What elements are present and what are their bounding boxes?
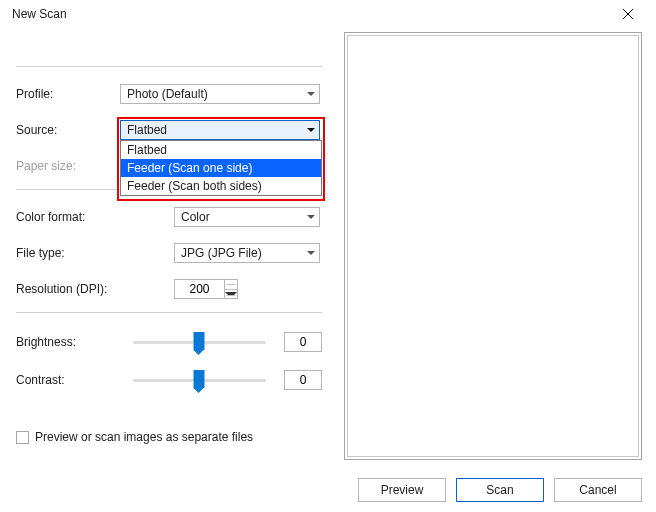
- resolution-row: Resolution (DPI):: [16, 276, 322, 302]
- resolution-spinner[interactable]: [174, 279, 238, 299]
- titlebar: New Scan: [0, 0, 656, 28]
- separate-files-row: Preview or scan images as separate files: [16, 430, 253, 444]
- chevron-down-icon: [307, 128, 315, 132]
- color-format-row: Color format: Color: [16, 204, 322, 230]
- spinner-down-button[interactable]: [225, 290, 237, 299]
- slider-thumb[interactable]: [194, 332, 205, 350]
- dialog-buttons: Preview Scan Cancel: [358, 478, 642, 502]
- paper-size-label: Paper size:: [16, 159, 120, 173]
- spinner-up-button[interactable]: [225, 280, 237, 290]
- contrast-label: Contrast:: [16, 373, 109, 387]
- profile-combo[interactable]: Photo (Default): [120, 84, 320, 104]
- source-value: Flatbed: [127, 123, 167, 137]
- profile-label: Profile:: [16, 87, 120, 101]
- source-option[interactable]: Feeder (Scan both sides): [121, 177, 321, 195]
- content-area: Profile: Photo (Default) Source: Flatbed…: [0, 28, 656, 512]
- settings-pane: Profile: Photo (Default) Source: Flatbed…: [0, 28, 330, 512]
- new-scan-dialog: New Scan Profile: Photo (Default) Source…: [0, 0, 656, 512]
- window-title: New Scan: [12, 7, 67, 21]
- close-button[interactable]: [608, 0, 648, 28]
- cancel-button[interactable]: Cancel: [554, 478, 642, 502]
- source-dropdown-list[interactable]: FlatbedFeeder (Scan one side)Feeder (Sca…: [120, 140, 322, 196]
- chevron-up-icon: [225, 284, 237, 285]
- file-type-label: File type:: [16, 246, 120, 260]
- source-option[interactable]: Flatbed: [121, 141, 321, 159]
- resolution-input[interactable]: [174, 279, 224, 299]
- preview-button[interactable]: Preview: [358, 478, 446, 502]
- contrast-row: Contrast:: [16, 365, 322, 395]
- chevron-down-icon: [307, 92, 315, 96]
- brightness-row: Brightness:: [16, 327, 322, 357]
- chevron-down-icon: [307, 251, 315, 255]
- file-type-combo[interactable]: JPG (JPG File): [174, 243, 320, 263]
- resolution-label: Resolution (DPI):: [16, 282, 120, 296]
- slider-thumb[interactable]: [194, 370, 205, 388]
- preview-box: [344, 32, 642, 460]
- brightness-value-input[interactable]: [284, 332, 322, 352]
- color-format-combo[interactable]: Color: [174, 207, 320, 227]
- contrast-slider[interactable]: [133, 370, 266, 390]
- divider: [16, 312, 322, 313]
- chevron-down-icon: [307, 215, 315, 219]
- source-label: Source:: [16, 123, 120, 137]
- source-combo[interactable]: Flatbed: [120, 120, 320, 140]
- profile-value: Photo (Default): [127, 87, 208, 101]
- file-type-value: JPG (JPG File): [181, 246, 262, 260]
- spinner-buttons: [224, 279, 238, 299]
- preview-area[interactable]: [347, 35, 639, 457]
- color-format-value: Color: [181, 210, 210, 224]
- contrast-value-input[interactable]: [284, 370, 322, 390]
- separate-files-label: Preview or scan images as separate files: [35, 430, 253, 444]
- profile-row: Profile: Photo (Default): [16, 81, 322, 107]
- brightness-label: Brightness:: [16, 335, 109, 349]
- brightness-slider[interactable]: [133, 332, 266, 352]
- separate-files-checkbox[interactable]: [16, 431, 29, 444]
- file-type-row: File type: JPG (JPG File): [16, 240, 322, 266]
- close-icon: [622, 8, 634, 20]
- source-option[interactable]: Feeder (Scan one side): [121, 159, 321, 177]
- divider: [16, 66, 322, 67]
- color-format-label: Color format:: [16, 210, 120, 224]
- preview-pane: Preview Scan Cancel: [330, 28, 656, 512]
- chevron-down-icon: [225, 292, 237, 296]
- scan-button[interactable]: Scan: [456, 478, 544, 502]
